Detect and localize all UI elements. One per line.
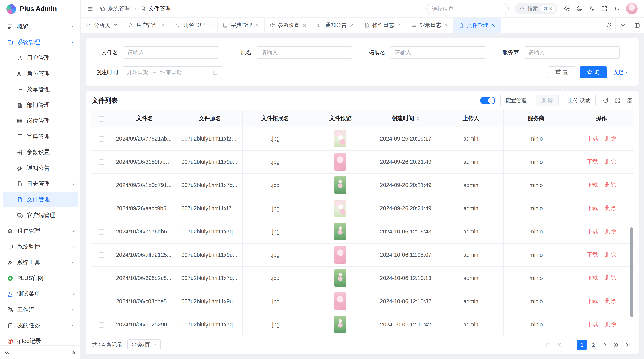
filter-input[interactable] xyxy=(123,46,219,59)
row-checkbox[interactable] xyxy=(99,252,104,258)
page-size-select[interactable]: 20条/页 xyxy=(127,339,161,350)
search-button[interactable]: 查 询 xyxy=(580,66,607,78)
table-row[interactable]: 2024/09/26/1b0d791... 007u2bluly1hrr11x7… xyxy=(91,173,634,197)
preview-image[interactable] xyxy=(334,223,346,240)
toggle-sidebar-button[interactable] xyxy=(87,5,94,12)
sort-carets-icon[interactable] xyxy=(416,117,419,121)
sidebar-item-workflow[interactable]: 工作流 xyxy=(0,302,80,318)
row-checkbox[interactable] xyxy=(99,206,104,211)
sidebar-item-gitee-log[interactable]: gitee记录 xyxy=(0,333,80,346)
download-link[interactable]: 下载 xyxy=(587,275,598,281)
column-header[interactable]: 文件预览 xyxy=(308,110,373,127)
layout-setting-button[interactable] xyxy=(630,17,644,33)
collapse-filter-link[interactable]: 收起 xyxy=(612,68,630,76)
table-row[interactable]: 2024/10/06/698d2c8... 007u2bluly1hrr11x7… xyxy=(91,266,634,290)
sidebar-item-system-tools[interactable]: 系统工具 xyxy=(0,255,80,270)
tab-op-log[interactable]: 操作日志 xyxy=(359,17,406,33)
delete-link[interactable]: 删除 xyxy=(605,135,616,141)
table-row[interactable]: 2024/09/26/3159fab8... 007u2bluly1hrr11x… xyxy=(91,150,634,173)
delete-link[interactable]: 删除 xyxy=(605,205,616,211)
global-search[interactable]: 搜索 ⌘ K xyxy=(515,3,558,14)
download-link[interactable]: 下载 xyxy=(587,298,598,304)
download-link[interactable]: 下载 xyxy=(587,158,598,164)
table-row[interactable]: 2024/10/06/5125290... 007u2bluly1hrr11x7… xyxy=(91,313,634,336)
column-settings-button[interactable] xyxy=(627,97,633,103)
preview-image[interactable] xyxy=(334,246,346,264)
first-page-button[interactable] xyxy=(542,340,553,350)
fullscreen-button[interactable] xyxy=(601,5,608,12)
delete-link[interactable]: 删除 xyxy=(605,228,616,234)
upload-button[interactable]: 上传 没做 xyxy=(562,95,596,106)
checkbox[interactable] xyxy=(99,116,104,122)
tab-file-manage[interactable]: 文件管理 xyxy=(454,17,501,33)
row-checkbox[interactable] xyxy=(99,299,104,304)
tab-role-manage[interactable]: 角色管理 xyxy=(170,17,218,33)
delete-link[interactable]: 删除 xyxy=(605,182,616,188)
refresh-page-button[interactable] xyxy=(601,17,616,33)
sidebar-item-test-menu[interactable]: 测试菜单 xyxy=(0,286,80,302)
tenant-select[interactable] xyxy=(426,3,508,14)
tab-user-manage[interactable]: 用户管理 xyxy=(123,17,170,33)
avatar[interactable] xyxy=(626,3,638,14)
tabs-menu-button[interactable] xyxy=(616,17,630,33)
delete-link[interactable]: 删除 xyxy=(605,251,616,258)
sidebar-item-tenant-manage[interactable]: 租户管理 xyxy=(0,223,80,239)
config-manage-button[interactable]: 配置管理 xyxy=(500,95,532,106)
download-link[interactable]: 下载 xyxy=(587,135,598,141)
column-header[interactable]: 服务商 xyxy=(504,110,569,127)
sidebar-item-system-manage[interactable]: 系统管理 xyxy=(0,34,80,50)
tab-login-log[interactable]: 登录日志 xyxy=(406,17,454,33)
collapse-sidebar-button[interactable] xyxy=(4,350,10,355)
table-row[interactable]: 2024/09/26/77521ab... 007u2bluly1hrr11xf… xyxy=(91,127,634,150)
delete-link[interactable]: 删除 xyxy=(605,298,616,304)
delete-link[interactable]: 删除 xyxy=(605,321,616,327)
sidebar-item-notice[interactable]: 通知公告 xyxy=(0,160,80,176)
sidebar-item-my-tasks[interactable]: 我的任务 xyxy=(0,318,80,333)
language-button[interactable] xyxy=(588,5,595,12)
settings-button[interactable] xyxy=(564,5,570,12)
column-header[interactable]: 操作 xyxy=(569,110,634,127)
notifications-button[interactable] xyxy=(614,5,620,12)
close-tab-icon[interactable] xyxy=(350,23,354,27)
table-scrollbar[interactable] xyxy=(630,227,633,317)
preview-image[interactable] xyxy=(334,316,346,333)
filter-input[interactable] xyxy=(256,46,352,59)
app-logo[interactable]: Plus Admin xyxy=(0,0,80,18)
column-header[interactable]: 创建时间 xyxy=(373,110,438,127)
column-header[interactable]: 文件拓展名 xyxy=(242,110,308,127)
download-link[interactable]: 下载 xyxy=(587,228,598,234)
row-checkbox[interactable] xyxy=(99,159,104,165)
search-toggle[interactable] xyxy=(480,96,495,104)
download-link[interactable]: 下载 xyxy=(587,321,598,327)
row-checkbox[interactable] xyxy=(99,136,104,142)
date-range-picker[interactable]: 开始日期 结束日期 xyxy=(123,66,222,78)
close-tab-icon[interactable] xyxy=(208,23,212,27)
next-pages-button[interactable] xyxy=(611,340,622,350)
column-header[interactable]: 文件原名 xyxy=(177,110,242,127)
delete-selected-button[interactable]: 删 除 xyxy=(536,95,559,106)
tab-param-settings[interactable]: 参数设置 xyxy=(265,17,312,33)
reset-button[interactable]: 重 置 xyxy=(548,66,575,78)
close-tab-icon[interactable] xyxy=(161,23,165,27)
delete-link[interactable]: 删除 xyxy=(605,158,616,164)
page-number-button[interactable]: 1 xyxy=(577,340,587,350)
row-checkbox[interactable] xyxy=(99,183,104,188)
preview-image[interactable] xyxy=(334,200,346,217)
row-checkbox[interactable] xyxy=(99,276,104,281)
sidebar-item-user-manage[interactable]: 用户管理 xyxy=(0,50,80,66)
sidebar-item-role-manage[interactable]: 角色管理 xyxy=(0,66,80,81)
row-checkbox[interactable] xyxy=(99,229,104,235)
sidebar-item-overview[interactable]: 概览 xyxy=(0,18,80,34)
table-row[interactable]: 2024/10/06/c08bbe5... 007u2bluly1hrr11x9… xyxy=(91,290,634,313)
row-checkbox[interactable] xyxy=(99,322,104,328)
filter-input[interactable] xyxy=(524,46,620,59)
delete-link[interactable]: 删除 xyxy=(605,275,616,281)
sidebar-item-plus-site[interactable]: PLUS官网 xyxy=(0,270,80,286)
sidebar-item-param-settings[interactable]: 参数设置 xyxy=(0,144,80,160)
refresh-list-button[interactable] xyxy=(602,97,608,103)
preview-image[interactable] xyxy=(334,176,346,194)
table-row[interactable]: 2024/10/06/affd2125... 007u2bluly1hrr11x… xyxy=(91,243,634,266)
select-all-checkbox[interactable] xyxy=(91,110,112,127)
breadcrumb-item[interactable]: 文件管理 xyxy=(133,5,171,12)
table-row[interactable]: 2024/10/06/bd76db6... 007u2bluly1hrr11x7… xyxy=(91,220,634,243)
